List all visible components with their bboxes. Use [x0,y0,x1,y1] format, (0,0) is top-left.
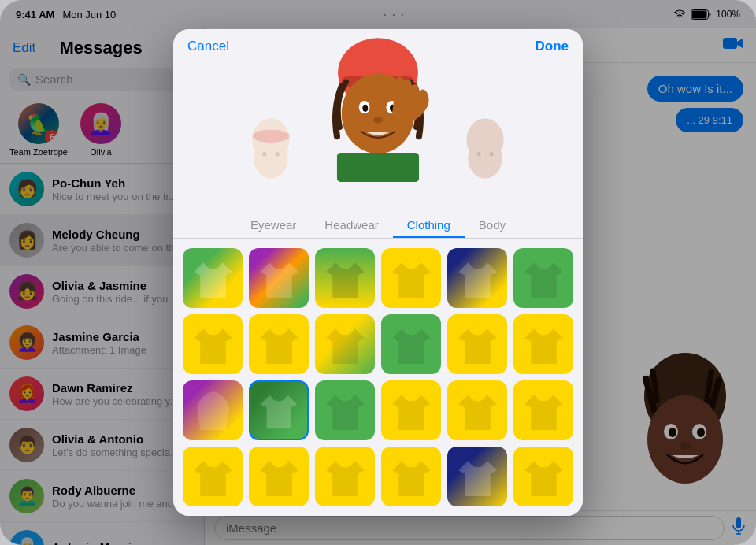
clothing-item-21[interactable] [381,447,441,506]
clothing-item-15[interactable] [381,380,441,440]
tab-body[interactable]: Body [465,213,520,238]
tab-clothing[interactable]: Clothing [393,213,465,238]
svg-point-38 [476,152,480,156]
clothing-item-8[interactable] [315,314,375,374]
clothing-item-20[interactable] [315,447,375,506]
tab-headwear[interactable]: Headwear [310,213,392,238]
modal-done-button[interactable]: Done [536,39,569,54]
clothing-item-1[interactable] [249,248,309,308]
memoji-preview [173,64,583,206]
clothing-item-6[interactable] [183,314,243,374]
clothing-grid [173,239,583,516]
memoji-editor-modal: Cancel Done [173,29,583,516]
svg-point-37 [468,138,502,178]
clothing-item-5[interactable] [513,248,573,308]
svg-point-20 [275,152,279,156]
modal-cancel-button[interactable]: Cancel [187,39,229,54]
clothing-item-22[interactable] [447,447,507,506]
memoji-main [319,36,437,206]
clothing-item-23[interactable] [513,447,573,506]
svg-rect-34 [337,153,355,182]
svg-point-18 [254,138,287,178]
clothing-item-14[interactable] [315,380,375,440]
svg-point-32 [373,117,383,123]
clothing-item-11[interactable] [513,314,573,374]
clothing-item-16[interactable] [447,380,507,440]
category-tabs: Eyewear Headwear Clothing Body [173,206,583,239]
memoji-left [244,115,298,192]
screen: 9:41 AM Mon Jun 10 • • • [0,0,756,545]
clothing-item-12[interactable] [183,380,243,440]
clothing-item-0[interactable] [183,248,243,308]
clothing-item-2[interactable] [315,248,375,308]
ipad-frame: 9:41 AM Mon Jun 10 • • • [0,0,756,545]
svg-point-30 [362,105,368,112]
clothing-item-18[interactable] [183,447,243,506]
clothing-item-7[interactable] [249,314,309,374]
clothing-item-9[interactable] [381,314,441,374]
clothing-item-17[interactable] [513,380,573,440]
memoji-right [458,115,512,192]
clothing-item-19[interactable] [249,447,309,506]
svg-point-39 [489,152,493,156]
tab-eyewear[interactable]: Eyewear [236,213,310,238]
clothing-item-10[interactable] [447,314,507,374]
svg-point-19 [262,152,266,156]
clothing-item-3[interactable] [381,248,441,308]
clothing-item-4[interactable] [447,248,507,308]
svg-point-21 [252,130,289,143]
modal-overlay: Cancel Done [0,0,756,545]
svg-rect-35 [401,153,419,182]
clothing-item-13[interactable] [249,380,309,440]
